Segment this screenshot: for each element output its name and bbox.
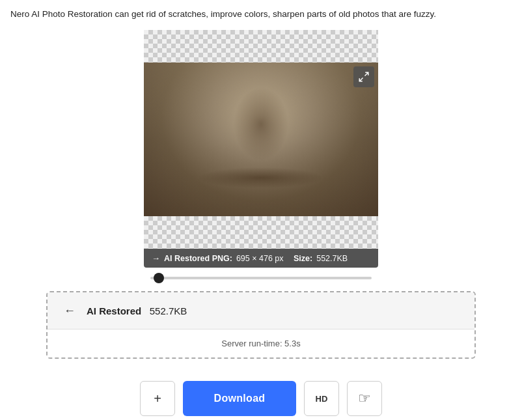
panel-title: AI Restored 552.7KB [87, 305, 187, 316]
size-value: 552.7KB [316, 254, 348, 263]
main-photo [144, 63, 378, 216]
slider-track[interactable] [150, 277, 372, 279]
photo-overlay [144, 63, 378, 216]
description-text: Nero AI Photo Restoration can get rid of… [0, 0, 522, 27]
image-info-bar: → AI Restored PNG: 695 × 476 px Size: 55… [144, 249, 378, 268]
svg-line-0 [365, 73, 368, 76]
add-button[interactable]: + [140, 381, 175, 416]
fullscreen-button[interactable] [353, 66, 374, 87]
cursor-button[interactable]: ☞ [347, 381, 382, 416]
size-label: Size: [294, 254, 312, 263]
checker-bottom [144, 216, 378, 249]
hand-cursor-icon: ☞ [358, 390, 371, 407]
panel-section: ← AI Restored 552.7KB Server run-time: 5… [46, 291, 476, 359]
arrow-icon: → [152, 253, 160, 263]
panel-body: Server run-time: 5.3s [48, 329, 474, 357]
photo-inner [144, 63, 378, 216]
fullscreen-icon [358, 71, 370, 83]
hd-icon: HD [316, 394, 328, 404]
panel-header: ← AI Restored 552.7KB [48, 292, 474, 329]
panel-title-size: 552.7KB [150, 305, 187, 316]
image-wrapper: → AI Restored PNG: 695 × 476 px Size: 55… [144, 30, 378, 268]
info-label: AI Restored PNG: [164, 254, 232, 263]
panel-title-bold: AI Restored [87, 305, 141, 316]
image-dimensions: 695 × 476 px [236, 254, 284, 263]
server-runtime-text: Server run-time: 5.3s [221, 339, 300, 348]
svg-line-1 [359, 78, 363, 81]
download-button[interactable]: Download [183, 381, 296, 416]
image-section: → AI Restored PNG: 695 × 476 px Size: 55… [0, 30, 522, 279]
bottom-toolbar: + Download HD ☞ [0, 371, 522, 420]
hd-button[interactable]: HD [304, 381, 339, 416]
back-arrow-icon: ← [64, 304, 76, 318]
slider-section[interactable] [150, 277, 372, 279]
slider-thumb[interactable] [154, 273, 164, 283]
back-button[interactable]: ← [61, 301, 79, 320]
plus-icon: + [154, 391, 161, 406]
checker-top [144, 30, 378, 63]
